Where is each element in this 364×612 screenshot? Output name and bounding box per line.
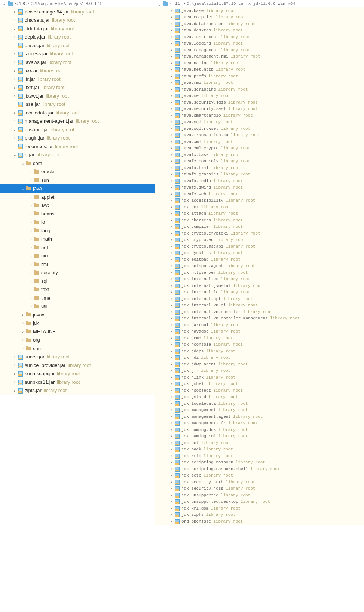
chevron-right-icon[interactable]: ›: [12, 85, 17, 90]
chevron-right-icon[interactable]: ›: [28, 245, 34, 250]
tree-node[interactable]: ›jdk.security.jgsslibrary root: [155, 486, 364, 492]
tree-node[interactable]: ›access-bridge-64.jarlibrary root: [0, 7, 155, 16]
tree-node[interactable]: ›java.smartcardiolibrary root: [155, 112, 364, 119]
chevron-right-icon[interactable]: ›: [169, 512, 174, 517]
tree-node[interactable]: ›jsse.jarlibrary root: [0, 100, 155, 109]
chevron-right-icon[interactable]: ›: [169, 473, 174, 478]
tree-node[interactable]: ›jdk.accessibilitylibrary root: [155, 198, 364, 204]
chevron-right-icon[interactable]: ›: [169, 284, 174, 288]
chevron-right-icon[interactable]: ›: [169, 140, 174, 144]
tree-node[interactable]: ›jdk.internal.vm.cilibrary root: [155, 302, 364, 309]
chevron-right-icon[interactable]: ›: [169, 224, 174, 229]
chevron-right-icon[interactable]: ›: [169, 146, 174, 150]
tree-node[interactable]: ›resources.jarlibrary root: [0, 142, 155, 151]
chevron-right-icon[interactable]: ›: [20, 338, 25, 342]
tree-node[interactable]: ›io: [0, 218, 155, 227]
chevron-right-icon[interactable]: ›: [12, 363, 17, 367]
tree-node[interactable]: ›META-INF: [0, 327, 155, 336]
tree-node[interactable]: ›jdk.dynalinklibrary root: [155, 250, 364, 257]
chevron-right-icon[interactable]: ›: [169, 80, 174, 85]
chevron-right-icon[interactable]: ›: [12, 52, 17, 56]
chevron-right-icon[interactable]: ›: [169, 408, 174, 412]
chevron-right-icon[interactable]: ›: [169, 395, 174, 399]
tree-node[interactable]: ›jdk.internal.edlibrary root: [155, 276, 364, 283]
chevron-right-icon[interactable]: ›: [12, 77, 17, 81]
chevron-right-icon[interactable]: ›: [169, 434, 174, 438]
chevron-right-icon[interactable]: ›: [28, 178, 34, 182]
chevron-right-icon[interactable]: ›: [169, 67, 174, 72]
tree-node[interactable]: ›jdk.javadoclibrary root: [155, 328, 364, 335]
chevron-right-icon[interactable]: ›: [169, 198, 174, 203]
tree-node[interactable]: ›jdk.sctplibrary root: [155, 472, 364, 479]
chevron-right-icon[interactable]: ›: [28, 220, 34, 224]
chevron-right-icon[interactable]: ›: [12, 9, 17, 14]
tree-node[interactable]: ›sql: [0, 277, 155, 285]
chevron-right-icon[interactable]: ›: [169, 493, 174, 498]
chevron-down-icon[interactable]: ⌄: [20, 186, 25, 191]
chevron-right-icon[interactable]: ›: [169, 290, 174, 294]
chevron-right-icon[interactable]: ›: [169, 159, 174, 163]
tree-node[interactable]: ›sun: [0, 344, 155, 353]
chevron-right-icon[interactable]: ›: [169, 22, 174, 26]
tree-node[interactable]: ›sunmscapi.jarlibrary root: [0, 370, 155, 378]
tree-node[interactable]: ›jdk.unsupported.desktoplibrary root: [155, 499, 364, 505]
tree-node[interactable]: ›jfxswt.jarlibrary root: [0, 92, 155, 100]
tree-node[interactable]: ›javaws.jarlibrary root: [0, 58, 155, 67]
tree-node[interactable]: ›jdk.jstatdlibrary root: [155, 394, 364, 401]
tree-node[interactable]: ›javafx.controlslibrary root: [155, 158, 364, 165]
tree-node[interactable]: ›java.security.jgsslibrary root: [155, 99, 364, 106]
tree-node[interactable]: ›jdk.rmiclibrary root: [155, 453, 364, 459]
tree-node[interactable]: ›charsets.jarlibrary root: [0, 16, 155, 25]
tree-node[interactable]: ›javafx.medialibrary root: [155, 178, 364, 184]
tree-node[interactable]: ›jdk.internal.vm.compilerlibrary root: [155, 309, 364, 315]
chevron-right-icon[interactable]: ›: [169, 519, 174, 524]
tree-node[interactable]: ›net: [0, 243, 155, 252]
chevron-right-icon[interactable]: ›: [169, 35, 174, 39]
chevron-right-icon[interactable]: ›: [12, 43, 17, 48]
chevron-right-icon[interactable]: ›: [169, 113, 174, 118]
tree-node[interactable]: ›jdk.crypto.mscapilibrary root: [155, 243, 364, 250]
chevron-right-icon[interactable]: ›: [169, 467, 174, 471]
tree-node[interactable]: ›jdk.internal.lelibrary root: [155, 289, 364, 296]
chevron-right-icon[interactable]: ›: [169, 205, 174, 209]
collapse-icon[interactable]: ⌄: [157, 1, 162, 6]
chevron-right-icon[interactable]: ›: [169, 441, 174, 445]
tree-node[interactable]: ›jdk.httpserverlibrary root: [155, 269, 364, 276]
tree-node[interactable]: ›jdk.scripting.nashorn.shelllibrary root: [155, 466, 364, 472]
chevron-right-icon[interactable]: ›: [12, 388, 17, 393]
chevron-right-icon[interactable]: ›: [28, 270, 34, 275]
tree-node[interactable]: ›jaccess.jarlibrary root: [0, 50, 155, 58]
tree-node[interactable]: ⌄com: [0, 159, 155, 168]
chevron-right-icon[interactable]: ›: [169, 388, 174, 393]
tree-node[interactable]: ›jdk.hotspot.agentlibrary root: [155, 263, 364, 270]
chevron-right-icon[interactable]: ›: [169, 61, 174, 65]
tree-node[interactable]: ›java.xml.cryptolibrary root: [155, 145, 364, 152]
chevron-right-icon[interactable]: ›: [12, 136, 17, 140]
tree-node[interactable]: ›jdk.compilerlibrary root: [155, 224, 364, 230]
tree-node[interactable]: ›jdk.attachlibrary root: [155, 211, 364, 217]
chevron-right-icon[interactable]: ›: [169, 368, 174, 373]
chevron-right-icon[interactable]: ›: [169, 499, 174, 504]
chevron-right-icon[interactable]: ›: [169, 428, 174, 432]
tree-node[interactable]: ›jdk.jcmdlibrary root: [155, 335, 364, 342]
chevron-right-icon[interactable]: ›: [169, 107, 174, 111]
chevron-right-icon[interactable]: ›: [20, 321, 25, 325]
tree-node[interactable]: ›jdk.unsupportedlibrary root: [155, 492, 364, 499]
chevron-right-icon[interactable]: ›: [169, 342, 174, 347]
tree-node[interactable]: ›java.desktoplibrary root: [155, 27, 364, 34]
chevron-right-icon[interactable]: ›: [169, 238, 174, 242]
chevron-right-icon[interactable]: ›: [12, 102, 17, 107]
tree-node[interactable]: ›jdk.internal.vm.compiler.managementlibr…: [155, 315, 364, 322]
chevron-right-icon[interactable]: ›: [28, 228, 34, 233]
tree-node[interactable]: ›math: [0, 235, 155, 244]
tree-node[interactable]: ›java.naminglibrary root: [155, 60, 364, 67]
chevron-right-icon[interactable]: ›: [12, 110, 17, 115]
tree-node[interactable]: ›oracle: [0, 168, 155, 176]
chevron-right-icon[interactable]: ›: [12, 119, 17, 123]
chevron-right-icon[interactable]: ›: [28, 211, 34, 216]
chevron-right-icon[interactable]: ›: [169, 506, 174, 511]
left-tree[interactable]: ›access-bridge-64.jarlibrary root›charse…: [0, 7, 155, 395]
chevron-right-icon[interactable]: ›: [169, 401, 174, 406]
tree-node[interactable]: ›jdk.packlibrary root: [155, 446, 364, 453]
tree-node[interactable]: ›javafx.weblibrary root: [155, 191, 364, 198]
